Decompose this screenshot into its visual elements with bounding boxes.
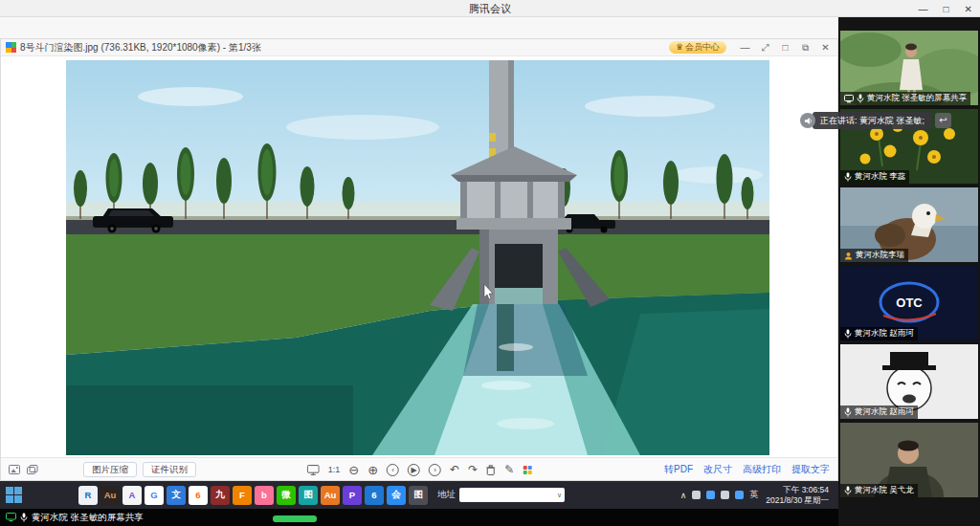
- viewer-app-icon: [6, 42, 16, 53]
- address-toolbar-label: 地址: [437, 489, 456, 501]
- participant-tile[interactable]: 黄河水院李瑞: [840, 187, 978, 262]
- id-ocr-button[interactable]: 证件识别: [143, 462, 196, 477]
- ime-indicator[interactable]: 英: [749, 489, 758, 501]
- address-input[interactable]: [462, 490, 552, 501]
- taskbar-app[interactable]: 图: [299, 486, 318, 505]
- reply-icon[interactable]: ↩: [935, 113, 951, 128]
- extract-text-button[interactable]: 提取文字: [791, 463, 830, 476]
- taskbar-apps: R Au A G 文 6 九 F b 微 图 Au P 6 会 图: [78, 486, 428, 505]
- shared-desktop: 8号斗门渲染图.jpg (736.31KB, 1920*1080像素) - 第1…: [0, 17, 838, 509]
- resize-button[interactable]: 改尺寸: [703, 463, 732, 476]
- crown-icon: ♛: [676, 41, 683, 54]
- svg-text:OTC: OTC: [896, 296, 923, 310]
- advanced-print-button[interactable]: 高级打印: [743, 463, 781, 476]
- green-indicator: [273, 515, 317, 522]
- participant-tile[interactable]: 黄河水院 赵雨珂: [840, 344, 978, 419]
- tencent-meeting-window: 腾讯会议 — □ ✕ 8号斗门渲染图.jpg (736.31KB, 1920*1…: [0, 0, 980, 526]
- close-icon[interactable]: ✕: [965, 4, 972, 14]
- viewer-close-icon[interactable]: ✕: [815, 39, 835, 56]
- viewer-fullscreen-icon[interactable]: ⤢: [755, 39, 775, 56]
- taskbar-app[interactable]: Au: [100, 486, 120, 505]
- hand-raised-icon: [844, 252, 853, 260]
- taskbar-app[interactable]: R: [78, 486, 98, 505]
- zoom-out-icon[interactable]: ⊖: [348, 463, 359, 477]
- tray-mic-icon[interactable]: [706, 491, 715, 499]
- taskbar-app[interactable]: 会: [387, 486, 406, 505]
- taskbar-app[interactable]: 图: [409, 486, 428, 505]
- viewer-canvas: [1, 56, 837, 459]
- participant-tile[interactable]: OTC 黄河水院 赵雨珂: [840, 266, 978, 340]
- meeting-title: 腾讯会议: [0, 0, 980, 17]
- participant-tile-screen-share[interactable]: 黄河水院 张圣敏的屏幕共享: [840, 31, 978, 105]
- participant-tile[interactable]: 黄河水院 吴弋龙: [840, 423, 978, 497]
- start-button[interactable]: [4, 486, 23, 505]
- screen-share-icon: [844, 95, 854, 103]
- taskbar-app[interactable]: 6: [189, 486, 208, 505]
- address-dropdown-icon[interactable]: ∨: [557, 492, 562, 499]
- participant-name: 黄河水院 赵雨珂: [855, 406, 914, 418]
- edit-icon[interactable]: ✎: [504, 463, 514, 476]
- taskbar-app[interactable]: 6: [365, 486, 384, 505]
- rotate-left-icon[interactable]: ↶: [450, 463, 459, 476]
- tray-icon[interactable]: [721, 491, 729, 499]
- participant-name: 黄河水院李瑞: [856, 250, 904, 261]
- next-image-button[interactable]: ›: [429, 464, 441, 476]
- trees-right-foliage: [557, 150, 754, 209]
- actual-size-button[interactable]: 1:1: [328, 465, 341, 474]
- mic-icon: [844, 172, 852, 182]
- taskbar-app[interactable]: 文: [167, 486, 186, 505]
- participant-name: 黄河水院 张圣敏的屏幕共享: [867, 93, 967, 104]
- vip-center-button[interactable]: ♛会员中心: [669, 41, 726, 54]
- viewer-maximize-icon[interactable]: □: [775, 39, 795, 56]
- taskbar-clock[interactable]: 下午 3:06:54 2021/8/30 星期一: [766, 485, 829, 505]
- taskbar-app[interactable]: G: [145, 486, 164, 505]
- fit-screen-icon[interactable]: [307, 465, 320, 475]
- tray-expand-icon[interactable]: ∧: [680, 491, 687, 500]
- viewer-titlebar: 8号斗门渲染图.jpg (736.31KB, 1920*1080像素) - 第1…: [1, 39, 837, 56]
- shared-image-3d-rendering: [66, 60, 769, 455]
- taskbar-app[interactable]: A: [122, 486, 142, 505]
- windows-taskbar: R Au A G 文 6 九 F b 微 图 Au P 6 会 图 地址: [0, 481, 838, 509]
- clock-time: 下午 3:06:54: [766, 485, 829, 495]
- meeting-titlebar: 腾讯会议 — □ ✕: [0, 0, 980, 17]
- copy-image-icon[interactable]: [27, 465, 38, 474]
- participant-name: 黄河水院 李蕊: [855, 171, 905, 183]
- taskbar-app[interactable]: P: [343, 486, 362, 505]
- mic-icon: [844, 407, 852, 417]
- screen-share-icon: [6, 513, 16, 522]
- more-tools-icon[interactable]: [523, 466, 531, 474]
- participant-name: 黄河水院 赵雨珂: [855, 328, 914, 340]
- viewer-restore-icon[interactable]: ⧉: [795, 39, 815, 56]
- active-speaker-toast: 正在讲话: 黄河水院 张圣敏; ↩: [800, 112, 951, 129]
- active-speaker-text: 正在讲话: 黄河水院 张圣敏;: [813, 112, 932, 129]
- trees-left-foliage: [74, 143, 355, 209]
- to-pdf-button[interactable]: 转PDF: [664, 463, 693, 476]
- taskbar-app[interactable]: 微: [277, 486, 296, 505]
- taskbar-app[interactable]: Au: [321, 486, 340, 505]
- taskbar-app[interactable]: b: [255, 486, 274, 505]
- prev-image-button[interactable]: ‹: [387, 464, 399, 476]
- viewer-title: 8号斗门渲染图.jpg (736.31KB, 1920*1080像素) - 第1…: [20, 41, 261, 55]
- taskbar-app[interactable]: 九: [211, 486, 230, 505]
- rotate-right-icon[interactable]: ↷: [468, 463, 478, 476]
- sluice-structure: [430, 60, 610, 311]
- slideshow-play-button[interactable]: ▶: [408, 464, 420, 476]
- mic-icon: [857, 94, 864, 103]
- tray-speaker-icon[interactable]: [735, 491, 744, 499]
- clock-date: 2021/8/30 星期一: [766, 495, 829, 506]
- tray-icon[interactable]: [692, 491, 701, 499]
- maximize-icon[interactable]: □: [944, 4, 949, 14]
- thumbnail-panel-icon[interactable]: [9, 465, 20, 474]
- taskbar-app[interactable]: F: [233, 486, 252, 505]
- image-viewer-window: 8号斗门渲染图.jpg (736.31KB, 1920*1080像素) - 第1…: [0, 38, 838, 481]
- zoom-in-icon[interactable]: ⊕: [368, 463, 378, 477]
- minimize-icon[interactable]: —: [919, 4, 928, 14]
- compress-image-button[interactable]: 图片压缩: [83, 462, 137, 477]
- delete-icon[interactable]: [486, 465, 496, 475]
- viewer-minimize-icon[interactable]: —: [735, 39, 755, 56]
- mic-icon: [844, 329, 852, 339]
- share-source-banner: 黄河水院 张圣敏的屏幕共享: [0, 509, 838, 526]
- mic-icon: [844, 486, 852, 495]
- mic-icon: [20, 513, 28, 522]
- address-bar: ∨: [459, 488, 565, 502]
